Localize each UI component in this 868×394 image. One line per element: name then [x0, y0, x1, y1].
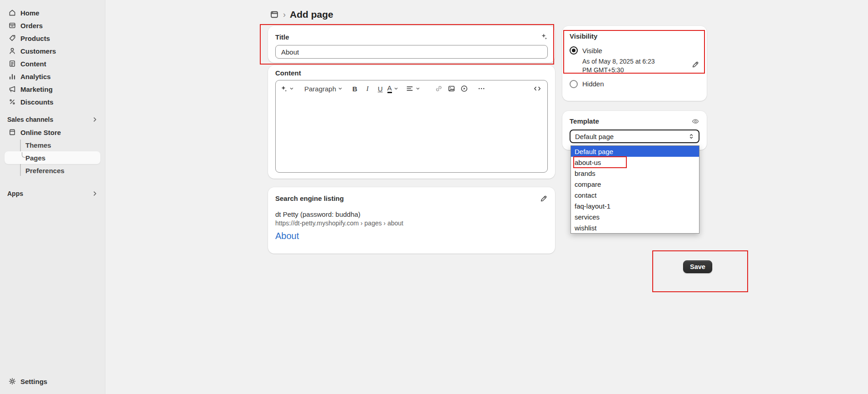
radio-unselected-icon[interactable]	[570, 80, 578, 88]
save-button[interactable]: Save	[683, 260, 712, 273]
title-label: Title	[275, 33, 548, 41]
template-option[interactable]: about-us	[571, 157, 699, 168]
sidebar-item-customers[interactable]: Customers	[5, 45, 100, 57]
sidebar-item-online-store[interactable]: Online Store	[5, 126, 100, 139]
sidebar-item-label: Analytics	[20, 73, 51, 80]
edit-pencil-icon[interactable]	[691, 60, 699, 69]
sidebar-item-label: Home	[20, 9, 40, 17]
align-left-icon	[406, 85, 414, 93]
sidebar-item-products[interactable]: Products	[5, 32, 100, 45]
search-engine-listing-card: Search engine listing dt Petty (password…	[268, 187, 555, 254]
tree-elbow-connector	[22, 152, 26, 158]
orders-icon	[8, 21, 16, 30]
chevron-down-icon	[393, 86, 399, 91]
eye-preview-icon[interactable]	[691, 117, 699, 125]
template-option[interactable]: faq-layout-1	[571, 200, 699, 211]
insert-link-button[interactable]	[432, 82, 445, 95]
sidebar-item-label: Preferences	[25, 167, 64, 175]
sidebar-item-label: Themes	[25, 141, 51, 149]
insert-image-button[interactable]	[445, 82, 458, 95]
bold-glyph: B	[352, 85, 357, 93]
marketing-icon	[8, 85, 16, 93]
rich-text-editor[interactable]: Paragraph B I U A	[275, 80, 548, 173]
show-html-button[interactable]	[531, 82, 544, 95]
sidebar-item-orders[interactable]: Orders	[5, 19, 100, 32]
template-select[interactable]: Default page	[570, 130, 699, 143]
magic-sparkle-icon[interactable]	[540, 32, 548, 40]
sidebar-item-content[interactable]: Content	[5, 57, 100, 70]
seo-url-line: https://dt-petty.myshopify.com › pages ›…	[275, 219, 548, 227]
sidebar-item-preferences[interactable]: Preferences	[5, 164, 100, 177]
shopify-admin-add-page: Home Orders Products Customers Content A…	[0, 0, 868, 394]
bold-button[interactable]: B	[348, 82, 361, 95]
home-icon	[8, 9, 16, 17]
visibility-heading: Visibility	[570, 32, 699, 40]
underline-glyph: U	[378, 85, 383, 93]
title-card: Title	[268, 26, 555, 63]
sidebar-item-themes[interactable]: Themes	[5, 139, 100, 151]
sidebar-item-analytics[interactable]: Analytics	[5, 70, 100, 83]
chevron-down-icon	[337, 86, 343, 91]
template-heading: Template	[570, 117, 699, 125]
sidebar-section-apps[interactable]: Apps	[0, 187, 105, 200]
visible-label: Visible	[582, 47, 602, 55]
editor-body[interactable]	[276, 97, 547, 170]
editor-toolbar: Paragraph B I U A	[276, 80, 547, 97]
alignment-button[interactable]	[406, 82, 421, 95]
template-dropdown: Default page about-us brands compare con…	[570, 145, 699, 234]
template-option[interactable]: services	[571, 211, 699, 222]
code-icon	[533, 85, 541, 93]
sidebar-item-label: Discounts	[20, 98, 54, 106]
italic-button[interactable]: I	[361, 82, 374, 95]
sidebar-main-nav: Home Orders Products Customers Content A…	[0, 0, 105, 108]
hidden-radio-row[interactable]: Hidden	[570, 80, 699, 88]
content-card: Content Paragraph B I U A	[268, 65, 555, 179]
sidebar-item-label: Orders	[20, 22, 43, 30]
template-option[interactable]: contact	[571, 190, 699, 200]
sidebar-item-settings[interactable]: Settings	[5, 375, 100, 388]
visible-since-text: As of May 8, 2025 at 6:23 PM GMT+5:30	[582, 57, 664, 75]
sidebar-item-label: Online Store	[20, 129, 61, 136]
sidebar-section-sales-channels[interactable]: Sales channels	[0, 113, 105, 126]
more-options-button[interactable]	[475, 82, 488, 95]
radio-selected-icon[interactable]	[570, 46, 578, 55]
insert-video-button[interactable]	[458, 82, 471, 95]
template-option[interactable]: brands	[571, 168, 699, 179]
template-option[interactable]: compare	[571, 179, 699, 190]
page-title: Add page	[290, 9, 333, 20]
template-option[interactable]: wishlist	[571, 222, 699, 233]
seo-site-line: dt Petty (password: buddha)	[275, 210, 548, 218]
products-icon	[8, 34, 16, 42]
online-store-page-icon[interactable]	[270, 10, 279, 19]
sidebar-item-label: Pages	[25, 154, 45, 162]
template-option[interactable]: Default page	[571, 146, 699, 157]
text-color-button[interactable]: A	[387, 82, 399, 95]
seo-title-preview[interactable]: About	[275, 231, 548, 241]
content-icon	[8, 60, 16, 68]
visibility-card: Visibility Visible As of May 8, 2025 at …	[562, 26, 707, 101]
sidebar-item-discounts[interactable]: Discounts	[5, 95, 100, 108]
template-selected-value: Default page	[575, 133, 614, 140]
edit-pencil-icon[interactable]	[540, 195, 548, 203]
sidebar-item-pages[interactable]: Pages	[5, 151, 100, 164]
template-card: Template Default page	[562, 111, 707, 150]
magic-text-button[interactable]	[279, 82, 294, 95]
online-store-icon	[8, 128, 16, 136]
sidebar-item-label: Settings	[20, 378, 47, 385]
title-input[interactable]	[275, 45, 548, 59]
italic-glyph: I	[367, 85, 369, 93]
content-label: Content	[275, 69, 548, 77]
sidebar-item-home[interactable]: Home	[5, 6, 100, 19]
sidebar-item-marketing[interactable]: Marketing	[5, 83, 100, 95]
chevron-down-icon	[289, 86, 294, 91]
paragraph-style-dropdown[interactable]: Paragraph	[304, 82, 343, 95]
link-icon	[435, 85, 443, 93]
seo-heading: Search engine listing	[275, 195, 548, 202]
paragraph-style-label: Paragraph	[304, 85, 336, 93]
visible-radio-row[interactable]: Visible	[570, 46, 699, 55]
sidebar: Home Orders Products Customers Content A…	[0, 0, 105, 394]
chevron-right-icon	[91, 116, 99, 123]
gear-icon	[8, 377, 16, 385]
select-stepper-icon	[688, 133, 695, 140]
underline-button[interactable]: U	[374, 82, 387, 95]
